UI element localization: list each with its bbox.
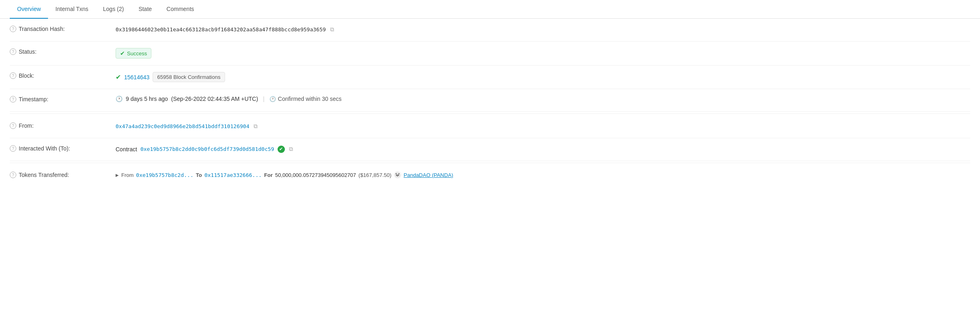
interacted-with-label-text: Interacted With (To): xyxy=(19,145,70,152)
timestamp-row: ? Timestamp: 🕐 9 days 5 hrs ago (Sep-26-… xyxy=(10,89,970,112)
block-label-text: Block: xyxy=(19,72,34,79)
token-name-link[interactable]: PandaDAO (PANDA) xyxy=(404,172,453,178)
status-label: ? Status: xyxy=(10,48,116,55)
status-badge: ✔ Success xyxy=(116,48,151,59)
tab-comments[interactable]: Comments xyxy=(159,0,201,19)
status-label-text: Status: xyxy=(19,48,37,55)
tokens-transferred-row: ? Tokens Transferred: ▶ From 0xe19b5757b… xyxy=(10,165,970,187)
transaction-hash-row: ? Transaction Hash: 0x31986446023e0b11ea… xyxy=(10,19,970,41)
interacted-with-label: ? Interacted With (To): xyxy=(10,145,116,152)
transaction-hash-label: ? Transaction Hash: xyxy=(10,25,116,32)
transaction-hash-copy-icon[interactable]: ⧉ xyxy=(329,25,335,34)
block-confirmations-badge: 65958 Block Confirmations xyxy=(153,72,225,82)
block-row: ? Block: ✔ 15614643 65958 Block Confirma… xyxy=(10,65,970,89)
block-label: ? Block: xyxy=(10,72,116,79)
interacted-with-value: Contract 0xe19b5757b8c2dd0c9b0fc6d5df739… xyxy=(116,145,970,153)
tokens-transferred-value: ▶ From 0xe19b5757b8c2d... To 0x11517ae33… xyxy=(116,171,970,179)
contract-verified-icon: ✔ xyxy=(278,146,285,153)
token-for-label: For xyxy=(264,172,273,178)
tokens-transferred-label-text: Tokens Transferred: xyxy=(19,172,69,178)
tokens-transfer-row: ▶ From 0xe19b5757b8c2d... To 0x11517ae33… xyxy=(116,171,453,179)
token-usd-value-text: ($167,857.50) xyxy=(359,172,392,178)
token-to-address-link[interactable]: 0x11517ae332666... xyxy=(204,172,262,178)
timestamp-pipe-separator: | xyxy=(263,96,265,102)
token-from-address-link[interactable]: 0xe19b5757b8c2d... xyxy=(136,172,193,178)
interacted-with-row: ? Interacted With (To): Contract 0xe19b5… xyxy=(10,138,970,161)
clock-icon: 🕐 xyxy=(116,96,122,102)
from-help-icon[interactable]: ? xyxy=(10,122,16,129)
tokens-transferred-label: ? Tokens Transferred: xyxy=(10,171,116,178)
token-from-label: From xyxy=(121,172,133,178)
confirmed-text: 🕐 Confirmed within 30 secs xyxy=(269,96,341,102)
tab-logs[interactable]: Logs (2) xyxy=(96,0,131,19)
confirmed-clock-icon: 🕐 xyxy=(269,96,276,102)
from-value: 0x47a4ad239c0ed9d8966e2b8d541bddf3101269… xyxy=(116,122,970,131)
tab-state[interactable]: State xyxy=(131,0,159,19)
block-value: ✔ 15614643 65958 Block Confirmations xyxy=(116,72,970,82)
tokens-transferred-help-icon[interactable]: ? xyxy=(10,172,16,178)
block-verified-icon: ✔ xyxy=(116,73,121,81)
token-amount-text: 50,000,000.057273945095602707 xyxy=(275,172,356,178)
from-row: ? From: 0x47a4ad239c0ed9d8966e2b8d541bdd… xyxy=(10,116,970,138)
token-transfer-arrow-icon: ▶ xyxy=(116,173,119,177)
token-to-label: To xyxy=(196,172,202,178)
from-label: ? From: xyxy=(10,122,116,129)
transaction-hash-text: 0x31986446023e0b11ea4c663128acb9f1684320… xyxy=(116,26,326,33)
timestamp-ago-text: 9 days 5 hrs ago xyxy=(126,96,168,102)
interacted-with-help-icon[interactable]: ? xyxy=(10,145,16,152)
timestamp-datetime-text: (Sep-26-2022 02:44:35 AM +UTC) xyxy=(171,96,258,102)
block-number-link[interactable]: 15614643 xyxy=(124,74,149,81)
contract-address-link[interactable]: 0xe19b5757b8c2dd0c9b0fc6d5df739d0d581d0c… xyxy=(140,146,274,152)
status-help-icon[interactable]: ? xyxy=(10,48,16,55)
transaction-hash-help-icon[interactable]: ? xyxy=(10,26,16,32)
block-help-icon[interactable]: ? xyxy=(10,72,16,79)
tab-overview[interactable]: Overview xyxy=(10,0,48,19)
confirmed-within-text: Confirmed within 30 secs xyxy=(278,96,341,102)
from-address-link[interactable]: 0x47a4ad239c0ed9d8966e2b8d541bddf3101269… xyxy=(116,123,249,129)
status-row: ? Status: ✔ Success xyxy=(10,41,970,65)
timestamp-label-text: Timestamp: xyxy=(19,96,48,102)
timestamp-help-icon[interactable]: ? xyxy=(10,96,16,102)
transaction-tabs: Overview Internal Txns Logs (2) State Co… xyxy=(0,0,980,19)
transaction-hash-label-text: Transaction Hash: xyxy=(19,26,65,32)
contract-prefix-text: Contract xyxy=(116,146,137,153)
contract-address-copy-icon[interactable]: ⧉ xyxy=(288,145,294,153)
overview-content: ? Transaction Hash: 0x31986446023e0b11ea… xyxy=(0,19,980,187)
status-value: ✔ Success xyxy=(116,48,970,59)
token-logo-icon: 🐼 xyxy=(394,171,401,179)
timestamp-value: 🕐 9 days 5 hrs ago (Sep-26-2022 02:44:35… xyxy=(116,96,970,102)
status-badge-text: Success xyxy=(127,50,147,57)
from-address-copy-icon[interactable]: ⧉ xyxy=(253,122,258,131)
tab-internal-txns[interactable]: Internal Txns xyxy=(48,0,96,19)
transaction-hash-value: 0x31986446023e0b11ea4c663128acb9f1684320… xyxy=(116,25,970,34)
from-label-text: From: xyxy=(19,122,34,129)
timestamp-label: ? Timestamp: xyxy=(10,96,116,102)
status-check-icon: ✔ xyxy=(120,50,125,57)
